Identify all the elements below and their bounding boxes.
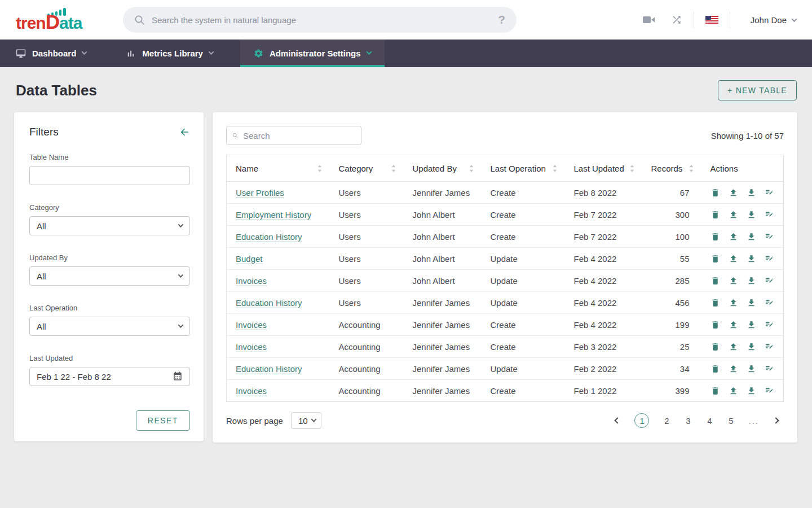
download-button[interactable] [747, 364, 756, 374]
edit-button[interactable] [765, 276, 774, 286]
sort-icon [553, 165, 557, 172]
delete-button[interactable] [710, 298, 720, 308]
col-label: Last Updated [574, 164, 624, 173]
delete-icon [710, 232, 720, 242]
table-name-link[interactable]: Education History [236, 232, 302, 242]
edit-button[interactable] [765, 254, 774, 264]
next-page-button[interactable] [773, 417, 779, 424]
cell-last-updated: Feb 2 2022 [565, 358, 642, 380]
edit-icon [765, 276, 774, 286]
video-camera-button[interactable] [643, 15, 655, 24]
table-name-link[interactable]: User Profiles [236, 188, 284, 198]
delete-button[interactable] [710, 364, 720, 374]
upload-button[interactable] [729, 254, 738, 264]
new-table-button[interactable]: + NEW TABLE [718, 80, 797, 100]
language-flag-button[interactable] [705, 16, 718, 24]
upload-button[interactable] [729, 364, 738, 374]
upload-button[interactable] [729, 342, 738, 352]
delete-button[interactable] [710, 210, 720, 220]
updated-by-select[interactable]: All [29, 266, 190, 286]
edit-button[interactable] [765, 298, 774, 308]
table-name-link[interactable]: Invoices [236, 342, 267, 352]
delete-button[interactable] [710, 320, 720, 330]
nav-item-dashboard[interactable]: Dashboard [2, 40, 100, 67]
page-button[interactable]: 5 [727, 416, 735, 426]
chevron-down-icon [178, 222, 184, 227]
col-header-last-operation[interactable]: Last Operation [482, 155, 565, 182]
delete-button[interactable] [710, 276, 720, 286]
cell-updated-by: Jennifer James [404, 336, 482, 358]
download-button[interactable] [747, 210, 756, 220]
download-button[interactable] [747, 320, 756, 330]
rows-per-page-select[interactable]: 10 [291, 412, 321, 429]
col-label: Name [236, 164, 258, 173]
upload-button[interactable] [729, 298, 738, 308]
download-button[interactable] [747, 298, 756, 308]
bar-chart-icon [126, 49, 136, 59]
delete-button[interactable] [710, 342, 720, 352]
delete-button[interactable] [710, 254, 720, 264]
table-search-input[interactable] [243, 131, 355, 141]
col-header-category[interactable]: Category [330, 155, 404, 182]
table-name-input[interactable] [29, 166, 190, 185]
nav-item-metrics-library[interactable]: Metrics Library [112, 40, 227, 67]
col-header-updated-by[interactable]: Updated By [404, 155, 482, 182]
nav-item-administrator-settings[interactable]: Administrator Settings [240, 40, 385, 67]
col-header-last-updated[interactable]: Last Updated [565, 155, 642, 182]
cell-category: Users [330, 226, 404, 248]
sort-icon [317, 165, 322, 172]
cell-category: Accounting [330, 336, 404, 358]
edit-button[interactable] [765, 342, 774, 352]
table-name-link[interactable]: Education History [236, 364, 302, 374]
edit-button[interactable] [765, 320, 774, 330]
global-search-input[interactable] [152, 15, 491, 25]
col-header-name[interactable]: Name [227, 155, 330, 182]
category-select[interactable]: All [29, 216, 190, 235]
reset-filters-button[interactable]: RESET [136, 410, 190, 431]
upload-button[interactable] [729, 386, 738, 396]
last-operation-select[interactable]: All [29, 317, 190, 336]
page-button[interactable]: 3 [684, 416, 692, 426]
page-button[interactable]: 1 [634, 413, 649, 428]
edit-button[interactable] [765, 210, 774, 220]
collapse-filters-button[interactable] [179, 126, 190, 138]
download-button[interactable] [747, 386, 756, 396]
divider [694, 12, 694, 28]
table-name-link[interactable]: Employment History [236, 210, 311, 220]
download-button[interactable] [747, 232, 756, 242]
table-name-link[interactable]: Education History [236, 298, 302, 308]
table-name-link[interactable]: Invoices [236, 320, 267, 330]
upload-button[interactable] [729, 276, 738, 286]
help-icon[interactable]: ? [498, 13, 505, 27]
table-name-link[interactable]: Invoices [236, 276, 267, 286]
delete-button[interactable] [710, 386, 720, 396]
download-button[interactable] [747, 342, 756, 352]
user-menu[interactable]: John Doe [742, 15, 796, 25]
brand-logo[interactable]: trenData [16, 4, 100, 36]
page-button[interactable]: 2 [663, 416, 670, 426]
table-name-link[interactable]: Invoices [236, 386, 267, 396]
edit-button[interactable] [765, 232, 774, 242]
cell-updated-by: John Albert [404, 248, 482, 270]
upload-button[interactable] [729, 232, 738, 242]
last-updated-date-range[interactable]: Feb 1 22 - Feb 8 22 [29, 367, 190, 386]
download-button[interactable] [747, 188, 756, 198]
delete-button[interactable] [710, 232, 720, 242]
table-search[interactable] [226, 126, 361, 145]
upload-button[interactable] [729, 188, 738, 198]
page-button[interactable]: 4 [705, 416, 713, 426]
edit-button[interactable] [765, 364, 774, 374]
download-button[interactable] [747, 276, 756, 286]
col-header-records[interactable]: Records [642, 155, 701, 182]
table-name-link[interactable]: Budget [236, 254, 263, 264]
prev-page-button[interactable] [614, 417, 621, 424]
edit-button[interactable] [765, 386, 774, 396]
download-button[interactable] [747, 254, 756, 264]
upload-button[interactable] [729, 320, 738, 330]
upload-button[interactable] [729, 210, 738, 220]
delete-button[interactable] [710, 188, 720, 198]
edit-button[interactable] [765, 188, 774, 198]
cell-records: 285 [642, 270, 701, 292]
shuffle-button[interactable] [671, 14, 682, 25]
global-search[interactable]: ? [123, 7, 517, 33]
